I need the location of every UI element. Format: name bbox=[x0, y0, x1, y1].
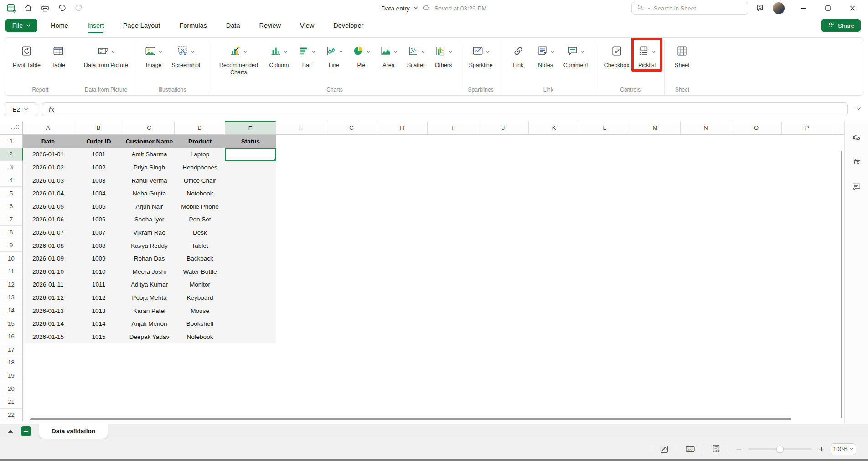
cell-A2[interactable]: 2026-01-01 bbox=[23, 148, 73, 161]
horizontal-scrollbar[interactable] bbox=[30, 418, 791, 420]
ribbon-button-picklist[interactable]: Picklist bbox=[635, 41, 659, 70]
ribbon-button-table[interactable]: Table bbox=[46, 41, 70, 70]
chevron-down-icon[interactable] bbox=[413, 5, 418, 12]
cell-B2[interactable]: 1001 bbox=[73, 148, 124, 161]
cell-D13[interactable]: Keyboard bbox=[175, 291, 225, 304]
cell-C6[interactable]: Arjun Nair bbox=[124, 200, 175, 213]
row-header-4[interactable]: 4 bbox=[0, 174, 23, 187]
column-header-N[interactable]: N bbox=[681, 121, 731, 135]
cell-B11[interactable]: 1010 bbox=[73, 265, 124, 278]
chevron-down-icon[interactable] bbox=[393, 50, 398, 54]
undo-button[interactable] bbox=[57, 3, 67, 14]
ribbon-button-image[interactable]: Image bbox=[142, 41, 165, 70]
row-header-13[interactable]: 13 bbox=[0, 291, 23, 304]
row-header-22[interactable]: 22 bbox=[0, 409, 23, 422]
cell-D5[interactable]: Notebook bbox=[175, 187, 225, 200]
redo-button[interactable] bbox=[73, 3, 84, 14]
cell-C11[interactable]: Meera Joshi bbox=[124, 265, 175, 278]
menu-tab-home[interactable]: Home bbox=[41, 16, 78, 35]
chevron-down-icon[interactable] bbox=[158, 50, 163, 54]
cell-A6[interactable]: 2026-01-05 bbox=[23, 200, 73, 213]
ribbon-button-data-from-picture[interactable]: Data from Picture bbox=[82, 41, 130, 70]
chevron-down-icon[interactable] bbox=[651, 50, 656, 54]
column-header-O[interactable]: O bbox=[731, 121, 782, 135]
zoom-slider[interactable] bbox=[748, 446, 812, 453]
cell-D8[interactable]: Desk bbox=[175, 226, 225, 239]
cell-B1[interactable]: Order ID bbox=[73, 135, 124, 148]
row-header-14[interactable]: 14 bbox=[0, 304, 23, 318]
cell-A3[interactable]: 2026-01-02 bbox=[23, 161, 73, 174]
ribbon-button-pie[interactable]: Pie bbox=[350, 41, 373, 70]
chevron-down-icon[interactable] bbox=[448, 50, 453, 54]
file-menu-button[interactable]: File bbox=[5, 19, 37, 32]
row-header-15[interactable]: 15 bbox=[0, 317, 23, 330]
ribbon-button-scatter[interactable]: Scatter bbox=[404, 41, 428, 70]
zoom-level-select[interactable]: 100% bbox=[831, 443, 856, 455]
cell-D14[interactable]: Mouse bbox=[175, 304, 225, 318]
cell-D15[interactable]: Bookshelf bbox=[175, 317, 225, 330]
zoom-in-button[interactable]: + bbox=[818, 445, 825, 453]
menu-tab-view[interactable]: View bbox=[290, 16, 324, 35]
row-header-11[interactable]: 11 bbox=[0, 265, 23, 278]
print-button[interactable] bbox=[40, 3, 51, 14]
column-header-P[interactable]: P bbox=[782, 121, 832, 135]
feedback-icon[interactable] bbox=[755, 3, 766, 14]
menu-tab-formulas[interactable]: Formulas bbox=[170, 16, 216, 35]
row-header-6[interactable]: 6 bbox=[0, 200, 23, 213]
cell-A8[interactable]: 2026-01-07 bbox=[23, 226, 73, 239]
cell-C5[interactable]: Neha Gupta bbox=[124, 187, 175, 200]
ribbon-button-notes[interactable]: Notes bbox=[534, 41, 558, 70]
chevron-down-icon[interactable] bbox=[311, 50, 316, 54]
sheet-tab-data-validation[interactable]: Data validation bbox=[39, 424, 108, 439]
column-header-E[interactable]: E bbox=[225, 121, 276, 135]
chevron-down-icon[interactable] bbox=[284, 50, 288, 54]
cell-D3[interactable]: Headphones bbox=[175, 161, 225, 174]
chevron-down-icon[interactable] bbox=[191, 50, 195, 54]
menu-tab-data[interactable]: Data bbox=[217, 16, 250, 35]
ribbon-button-link[interactable]: Link bbox=[506, 41, 530, 70]
column-header-A[interactable]: A bbox=[23, 121, 73, 135]
cell-A14[interactable]: 2026-01-13 bbox=[23, 304, 73, 318]
menu-tab-review[interactable]: Review bbox=[249, 16, 290, 35]
comment-panel-icon[interactable] bbox=[850, 179, 863, 193]
row-header-12[interactable]: 12 bbox=[0, 278, 23, 292]
column-header-G[interactable]: G bbox=[326, 121, 377, 135]
function-panel-icon[interactable]: fx bbox=[850, 155, 863, 169]
cell-A11[interactable]: 2026-01-10 bbox=[23, 265, 73, 278]
cell-A4[interactable]: 2026-01-03 bbox=[23, 174, 73, 187]
ribbon-button-bar[interactable]: Bar bbox=[295, 41, 319, 70]
column-header-K[interactable]: K bbox=[529, 121, 579, 135]
ribbon-button-pivot-table[interactable]: Pivot Table bbox=[10, 41, 43, 70]
row-header-17[interactable]: 17 bbox=[0, 343, 23, 357]
cell-B4[interactable]: 1003 bbox=[73, 174, 124, 187]
row-header-18[interactable]: 18 bbox=[0, 356, 23, 369]
cell-A16[interactable]: 2026-01-15 bbox=[23, 330, 73, 343]
chevron-down-icon[interactable] bbox=[366, 50, 371, 54]
cell-B7[interactable]: 1006 bbox=[73, 213, 124, 226]
column-header-partial[interactable] bbox=[832, 121, 844, 135]
row-header-1[interactable]: 1 bbox=[0, 135, 23, 148]
data-entry-keyboard-icon[interactable]: abc bbox=[683, 442, 697, 456]
cell-D6[interactable]: Mobile Phone bbox=[175, 200, 225, 213]
search-scope-caret-icon[interactable] bbox=[647, 4, 651, 12]
sheet-list-button[interactable] bbox=[7, 429, 14, 434]
cell-C3[interactable]: Priya Singh bbox=[124, 161, 175, 174]
row-header-16[interactable]: 16 bbox=[0, 330, 23, 343]
vertical-scrollbar[interactable] bbox=[841, 151, 842, 418]
chevron-down-icon[interactable] bbox=[243, 50, 248, 54]
active-cell-E2[interactable] bbox=[225, 148, 276, 161]
cell-B3[interactable]: 1002 bbox=[73, 161, 124, 174]
cell-B5[interactable]: 1004 bbox=[73, 187, 124, 200]
cell-C7[interactable]: Sneha Iyer bbox=[124, 213, 175, 226]
column-header-I[interactable]: I bbox=[428, 121, 478, 135]
cell-C9[interactable]: Kavya Reddy bbox=[124, 239, 175, 252]
cell-C1[interactable]: Customer Name bbox=[124, 135, 175, 148]
ribbon-button-line[interactable]: Line bbox=[322, 41, 346, 70]
cell-C12[interactable]: Aditya Kumar bbox=[124, 278, 175, 292]
spreadsheet-grid[interactable]: ABCDEFGHIJKLMNOP123456789101112131415161… bbox=[0, 121, 844, 424]
column-header-L[interactable]: L bbox=[579, 121, 630, 135]
ribbon-button-sparkline[interactable]: Sparkline bbox=[467, 41, 495, 70]
collapse-formula-bar-button[interactable] bbox=[856, 106, 862, 113]
menu-tab-insert[interactable]: Insert bbox=[78, 16, 114, 35]
column-header-B[interactable]: B bbox=[73, 121, 124, 135]
